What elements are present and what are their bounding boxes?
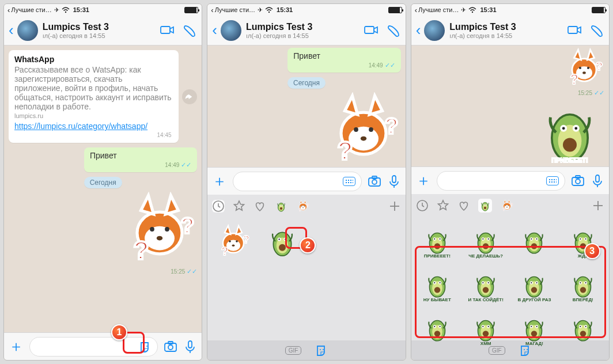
chat-header: ‹ Lumpics Test 3 ıл(-а) сегодня в 14:55: [4, 16, 202, 46]
favorites-tab[interactable]: [437, 199, 449, 212]
statusbar-time: 15:31: [480, 6, 496, 13]
voice-call-icon[interactable]: [183, 24, 197, 37]
fox-sticker: [122, 192, 197, 267]
sticker-grid: [207, 218, 405, 340]
chat-header: ‹ Lumpics Test 3 ıл(-а) сегодня в 14:55: [207, 16, 405, 46]
sticker-item[interactable]: [260, 221, 305, 261]
statusbar-title: Лучшие сти…: [215, 6, 255, 13]
sticker-message[interactable]: 15:25✓✓: [326, 92, 401, 167]
input-bar: ＋: [4, 332, 202, 360]
battery-icon: [184, 7, 198, 13]
chat-body: Привет 14:49✓✓ Сегодня 15:25✓✓: [207, 46, 405, 167]
attach-button[interactable]: ＋: [212, 171, 227, 191]
statusbar-back-icon: ‹: [211, 6, 213, 14]
message-time: 14:45: [14, 132, 172, 138]
sticker-item[interactable]: ВПЕРЁД!: [561, 264, 606, 305]
mic-icon[interactable]: [387, 175, 401, 188]
outgoing-message[interactable]: Привет 14:49✓✓: [287, 48, 400, 73]
sticker-item[interactable]: ПРИВЕЕЕТ!: [415, 221, 460, 261]
message-input[interactable]: [29, 337, 158, 357]
avatar[interactable]: [424, 20, 445, 41]
sticker-item[interactable]: МАГАД!: [512, 308, 557, 348]
wifi-icon: [468, 7, 476, 13]
sticker-picker-icon[interactable]: [139, 340, 152, 353]
chat-body: 15:25✓✓ ПРИВЕЕЕТ! 15:31✓✓: [411, 46, 609, 166]
chat-title[interactable]: Lumpics Test 3: [246, 22, 364, 32]
chat-title[interactable]: Lumpics Test 3: [43, 22, 161, 32]
avatar[interactable]: [17, 20, 38, 41]
camera-icon[interactable]: [368, 175, 381, 188]
keyboard-icon[interactable]: [343, 177, 355, 186]
recent-tab[interactable]: [416, 199, 429, 212]
back-button[interactable]: ‹: [9, 21, 14, 39]
sticker-item[interactable]: НУ БЫВАЕТ: [415, 264, 460, 305]
favorites-tab[interactable]: [233, 200, 245, 213]
forward-icon[interactable]: [182, 89, 197, 104]
gif-mode-button[interactable]: GIF: [285, 346, 302, 355]
sticker-pack-avocado[interactable]: [274, 199, 288, 213]
link-preview-title: WhatsApp: [14, 55, 172, 64]
sticker-message[interactable]: 15:25✓✓: [122, 192, 197, 275]
attach-button[interactable]: ＋: [416, 170, 431, 191]
sticker-message[interactable]: 15:25✓✓: [564, 48, 604, 97]
battery-icon: [388, 7, 402, 13]
sticker-item[interactable]: [211, 221, 256, 261]
mic-icon[interactable]: [183, 340, 197, 354]
sticker-pack-avocado[interactable]: [478, 199, 492, 213]
read-ticks-icon: ✓✓: [385, 62, 395, 69]
sticker-tabs: [207, 195, 405, 218]
video-call-icon[interactable]: [567, 24, 582, 37]
statusbar-back-icon: ‹: [7, 6, 10, 14]
message-input[interactable]: [233, 172, 361, 191]
statusbar-title: Лучшие сти…: [418, 6, 459, 13]
add-pack-button[interactable]: [592, 199, 604, 212]
link-preview-url[interactable]: https://lumpics.ru/category/whatsapp/: [14, 122, 172, 131]
love-tab[interactable]: [457, 199, 470, 212]
camera-icon[interactable]: [571, 174, 585, 188]
sticker-item[interactable]: [512, 221, 557, 261]
sticker-item[interactable]: И ТАК СОЙДЁТ!: [463, 264, 508, 305]
chat-header: ‹ Lumpics Test 3 ıл(-а) сегодня в 14:55: [411, 16, 609, 46]
sticker-item[interactable]: [561, 308, 606, 348]
sticker-caption: ПРИВЕЕЕТ!: [551, 157, 588, 164]
message-input[interactable]: [437, 171, 565, 191]
avatar[interactable]: [221, 20, 241, 41]
sticker-mode-button[interactable]: [315, 344, 328, 357]
keyboard-icon[interactable]: [546, 176, 559, 185]
sticker-item[interactable]: ХММ: [463, 308, 508, 348]
chat-subtitle: ıл(-а) сегодня в 14:55: [449, 32, 567, 39]
back-button[interactable]: ‹: [212, 21, 217, 39]
highlight-badge-1: 1: [111, 324, 127, 340]
sticker-message[interactable]: ПРИВЕЕЕТ! 15:31✓✓: [535, 98, 604, 166]
recent-tab[interactable]: [212, 200, 225, 213]
read-ticks-icon: ✓✓: [181, 161, 191, 168]
voice-call-icon[interactable]: [591, 24, 604, 37]
statusbar: ‹ Лучшие сти… ✈︎ 15:31: [4, 4, 202, 16]
chat-title[interactable]: Lumpics Test 3: [449, 22, 567, 32]
panel-3: ‹ Лучшие сти… ✈︎ 15:31 ‹ Lumpics Test 3 …: [411, 3, 610, 361]
love-tab[interactable]: [253, 200, 266, 213]
panel-1: ‹ Лучшие сти… ✈︎ 15:31 ‹ Lumpics Test 3 …: [3, 3, 202, 361]
sticker-item[interactable]: ЧЕ ДЕЛАЕШЬ?: [463, 221, 508, 261]
add-pack-button[interactable]: [388, 200, 401, 213]
sticker-item[interactable]: [415, 308, 460, 348]
highlight-badge-3: 3: [584, 243, 600, 259]
outgoing-message[interactable]: Привет 14:49✓✓: [84, 147, 197, 172]
chat-subtitle: ıл(-а) сегодня в 14:55: [246, 32, 364, 39]
camera-icon[interactable]: [164, 340, 177, 354]
statusbar-title: Лучшие сти…: [11, 6, 51, 13]
sticker-item[interactable]: В ДРУГОЙ РАЗ: [512, 264, 557, 305]
mic-icon[interactable]: [591, 174, 604, 188]
attach-button[interactable]: ＋: [9, 336, 24, 357]
voice-call-icon[interactable]: [387, 24, 401, 37]
airplane-icon: ✈︎: [258, 6, 263, 14]
statusbar-time: 15:31: [73, 6, 89, 13]
video-call-icon[interactable]: [364, 24, 379, 37]
sticker-pack-fox[interactable]: [296, 199, 310, 213]
video-call-icon[interactable]: [160, 24, 175, 37]
link-preview-message[interactable]: WhatsApp Рассказываем все о WatsApp: как…: [9, 50, 179, 143]
sticker-grid: ПРИВЕЕЕТ!ЧЕ ДЕЛАЕШЬ?ЖДУНУ БЫВАЕТИ ТАК СО…: [411, 217, 609, 340]
back-button[interactable]: ‹: [416, 21, 421, 39]
statusbar-back-icon: ‹: [415, 6, 417, 14]
sticker-pack-fox[interactable]: [500, 199, 514, 213]
